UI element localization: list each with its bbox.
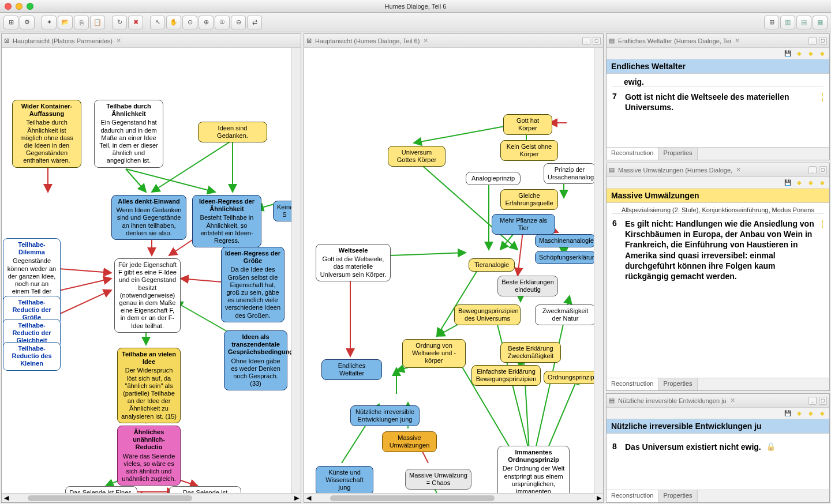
perspective-icon[interactable]: ⊞ — [764, 16, 779, 29]
thesis-node[interactable]: WeltseeleGott ist die Weltseele, das mat… — [316, 244, 391, 281]
objection-node[interactable]: Künste und Wissenschaft jung — [316, 466, 373, 493]
nav-next-icon[interactable]: ◆ — [806, 409, 815, 418]
objection-node[interactable]: Nützliche irreversible Entwicklungen jun… — [350, 405, 420, 426]
argument-node[interactable]: Ordnung von Weltseele und -körper — [402, 339, 466, 368]
close-tab-icon[interactable]: ✕ — [735, 37, 740, 44]
nav-prev-icon[interactable]: ◆ — [795, 178, 804, 187]
close-tab-icon[interactable]: ✕ — [736, 166, 741, 174]
refresh-icon[interactable]: ↻ — [112, 16, 127, 29]
argument-node[interactable]: Wider Kontainer-AuffassungTeilhabe durch… — [12, 100, 81, 168]
nav-next-icon[interactable]: ◆ — [806, 49, 815, 58]
tab-properties[interactable]: Properties — [658, 490, 697, 502]
nav-prev-icon[interactable]: ◆ — [795, 409, 804, 418]
objection-node[interactable]: Endliches Weltalter — [321, 359, 382, 380]
panel-tab-title[interactable]: Endliches Weltalter (Humes Dialoge, Tei — [618, 37, 731, 44]
window-controls[interactable] — [5, 3, 33, 10]
maximize-icon[interactable]: ▢ — [819, 37, 827, 45]
paste-icon[interactable]: 📋 — [90, 16, 105, 29]
nav-prev-icon[interactable]: ◆ — [795, 49, 804, 58]
zoom-out-icon[interactable]: ⊖ — [231, 16, 246, 29]
argument-node[interactable]: Universum Gottes Körper — [388, 146, 446, 167]
argument-node[interactable]: Gott hat Körper — [503, 114, 552, 135]
nav-icon[interactable]: ◆ — [818, 409, 827, 418]
reductio-node[interactable]: Ähnliches unähnlich-ReductioWäre das Sei… — [117, 426, 181, 486]
column-icon[interactable]: ▦ — [813, 16, 828, 29]
minimize-icon[interactable]: _ — [808, 166, 817, 174]
hand-icon[interactable]: ✋ — [166, 16, 181, 29]
tool-icon[interactable]: ⚙ — [20, 16, 35, 29]
maximize-icon[interactable]: ▢ — [819, 166, 827, 174]
minimize-icon[interactable]: _ — [808, 397, 817, 405]
thesis-node[interactable]: Massive Umwälzung = Chaos — [405, 469, 471, 490]
close-tab-icon[interactable]: ✕ — [116, 37, 121, 44]
maximize-icon[interactable]: ▢ — [593, 37, 601, 45]
minimize-icon[interactable]: _ — [582, 37, 590, 45]
layout-icon[interactable]: ⇄ — [247, 16, 262, 29]
save-icon[interactable]: 💾 — [783, 409, 792, 418]
tab-reconstruction[interactable]: Reconstruction — [607, 490, 658, 502]
column-icon[interactable]: ▥ — [780, 16, 795, 29]
argument-node[interactable]: Beste Erklärung Zweckmäßigkeit — [500, 342, 561, 363]
save-icon[interactable]: 💾 — [783, 178, 792, 187]
close-window[interactable] — [5, 3, 12, 10]
nav-icon[interactable]: ◆ — [818, 49, 827, 58]
save-icon[interactable]: 💾 — [783, 49, 792, 58]
tab-reconstruction[interactable]: Reconstruction — [607, 378, 658, 390]
argument-node[interactable]: Bewegungsprinzipien des Universums — [454, 304, 521, 325]
nav-icon[interactable]: ◆ — [818, 178, 827, 187]
tab-properties[interactable]: Properties — [658, 378, 697, 390]
thesis-node[interactable]: Immanentes OrdnungsprinzipDer Ordnung de… — [497, 446, 570, 493]
thesis-node[interactable]: Das Seiende ist Vieles. — [169, 486, 241, 493]
horizontal-scrollbar[interactable]: ◀▶ — [304, 493, 603, 502]
objection-node[interactable]: Teilhabe-Reductio des Kleinen — [3, 342, 61, 371]
diagram-canvas-left[interactable]: Wider Kontainer-AuffassungTeilhabe durch… — [2, 48, 301, 493]
thesis-node[interactable]: Zweckmäßigkeit der Natur — [535, 304, 596, 325]
tab-reconstruction[interactable]: Reconstruction — [607, 148, 658, 160]
new-icon[interactable]: ✦ — [42, 16, 57, 29]
delete-icon[interactable]: ✖ — [128, 16, 143, 29]
minimize-window[interactable] — [16, 3, 23, 10]
panel-tab-title[interactable]: Nützliche irreversible Entwicklungen ju — [618, 397, 727, 404]
thesis-node[interactable]: Beste Erklärungen eindeutig — [497, 276, 558, 296]
maximize-icon[interactable]: ▢ — [819, 397, 827, 405]
diagram-canvas-mid[interactable]: Gott hat Körper Kein Geist ohne Körper U… — [304, 48, 603, 493]
argument-node[interactable]: Ordnungsprinziperk. — [544, 371, 601, 384]
open-icon[interactable]: 📂 — [58, 16, 73, 29]
vertical-scrollbar[interactable] — [291, 48, 301, 493]
thesis-node[interactable]: Teilhabe durch ÄhnlichkeitEin Gegenstand… — [94, 100, 163, 168]
thesis-node[interactable]: Das Seiende ist Eines. — [65, 486, 137, 493]
objection-node[interactable]: Schöpfungserklärung — [535, 251, 596, 264]
thesis-node[interactable]: Für jede Eigenschaft F gibt es eine F-Id… — [114, 258, 181, 333]
pointer-icon[interactable]: ↖ — [150, 16, 165, 29]
objection-node[interactable]: Alles denkt-EinwandWenn Ideen Gedanken s… — [111, 195, 186, 240]
objection-node[interactable]: Ideen als transzendentale Gesprächsbedin… — [224, 330, 287, 390]
close-tab-icon[interactable]: ✕ — [730, 397, 735, 404]
column-icon[interactable]: ▤ — [796, 16, 811, 29]
argument-node[interactable]: Tieranalogie — [469, 258, 515, 272]
argument-node[interactable]: Teilhabe an vielen IdeeDer Widerspruch l… — [117, 348, 181, 423]
zoom-fit-icon[interactable]: ⊙ — [182, 16, 197, 29]
copy-icon[interactable]: ⎘ — [74, 16, 89, 29]
argument-node[interactable]: Gleiche Erfahrungsquelle — [500, 189, 558, 210]
thesis-node[interactable]: Prinzip der Ursachenanalogie — [544, 163, 596, 184]
objection-node[interactable]: Ideen-Regress der ÄhnlichkeitBesteht Tei… — [192, 195, 261, 247]
close-tab-icon[interactable]: ✕ — [423, 37, 428, 44]
zoom-100-icon[interactable]: ① — [215, 16, 230, 29]
zoom-window[interactable] — [27, 3, 33, 10]
objection-node[interactable]: Ideen-Regress der GrößeDa die Idee des G… — [221, 247, 285, 322]
thesis-node[interactable]: Analogieprinzip — [466, 172, 521, 185]
argument-node[interactable]: Kein Geist ohne Körper — [500, 140, 558, 161]
tool-icon[interactable]: ⊞ — [3, 16, 18, 29]
tab-properties[interactable]: Properties — [658, 148, 697, 160]
zoom-in-icon[interactable]: ⊕ — [199, 16, 214, 29]
argument-node[interactable]: Ideen sind Gedanken. — [198, 122, 267, 142]
panel-tab-title[interactable]: Massive Umwälzungen (Humes Dialoge, — [618, 167, 732, 174]
nav-next-icon[interactable]: ◆ — [806, 178, 815, 187]
tab-title[interactable]: Hauptansicht (Humes Dialoge, Teil 6) — [315, 37, 420, 44]
argument-node-selected[interactable]: Massive Umwälzungen — [382, 431, 437, 452]
argument-node[interactable]: Einfachste Erklärung Bewegungsprinzipien — [471, 365, 541, 386]
objection-node[interactable]: Maschinenanalogie — [535, 234, 596, 247]
vertical-scrollbar[interactable] — [594, 48, 603, 493]
objection-node[interactable]: Mehr Pflanze als Tier — [492, 214, 555, 235]
horizontal-scrollbar[interactable]: ◀▶ — [2, 493, 301, 502]
